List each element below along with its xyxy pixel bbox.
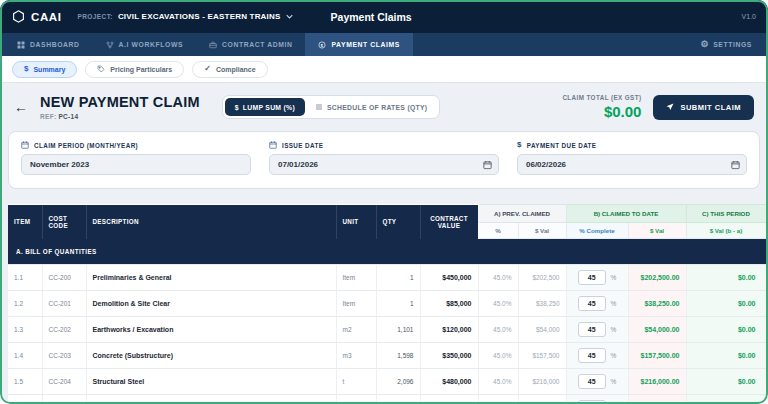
dollar-circle-icon: $	[318, 41, 326, 49]
chevron-down-icon	[286, 14, 293, 19]
cell-qty: 1	[376, 265, 420, 291]
cell-cost-code: CC-201	[42, 291, 86, 317]
page-title: Payment Claims	[331, 11, 412, 23]
nav-item-dashboard[interactable]: DASHBOARD	[4, 33, 93, 56]
nav-item-label: CONTRACT ADMIN	[222, 41, 292, 48]
cell-contract-value: $350,000	[420, 343, 478, 369]
nav-item-ai-workflows[interactable]: A.I WORKFLOWS	[93, 33, 196, 56]
cell-qty: 1,101	[376, 317, 420, 343]
claim-period-label: CLAIM PERIOD (MONTH/YEAR)	[21, 141, 251, 149]
percent-sign: %	[611, 274, 617, 281]
cell-claimed-val: $38,250.00	[628, 291, 686, 317]
cell-period-val: $0.00	[686, 369, 766, 395]
claim-title-block: NEW PAYMENT CLAIM REF: PC-14	[40, 94, 200, 120]
boq-table-body: A. BILL OF QUANTITIES 1.1 CC-200 Prelimi…	[8, 239, 766, 404]
claim-title: NEW PAYMENT CLAIM	[40, 94, 200, 110]
tab-compliance[interactable]: ✓ Compliance	[192, 61, 267, 78]
project-selector[interactable]: PROJECT: CIVIL EXCAVATIONS - EASTERN TRA…	[78, 12, 293, 21]
dollar-icon: $	[235, 104, 239, 111]
top-bar: CAAI PROJECT: CIVIL EXCAVATIONS - EASTER…	[0, 0, 768, 33]
claim-period-input[interactable]: November 2023	[21, 154, 251, 175]
claim-ref: REF: PC-14	[40, 113, 200, 120]
payment-due-date-input[interactable]: 06/02/2026	[517, 154, 747, 175]
boq-table-wrap: ITEM COST CODE DESCRIPTION UNIT QTY CONT…	[8, 204, 766, 404]
col-header-percent-complete: % Complete	[566, 223, 628, 239]
cell-cost-code: CC-204	[42, 369, 86, 395]
logo-text: CAAI	[31, 11, 62, 23]
percent-sign: %	[611, 326, 617, 333]
cell-unit: Item	[336, 265, 376, 291]
cell-claimed-val	[628, 395, 686, 404]
cell-contract-value: $480,000	[420, 369, 478, 395]
claim-total-label: CLAIM TOTAL (EX GST)	[562, 94, 641, 101]
col-header-period-val: $ Val (b - a)	[686, 223, 766, 239]
cell-contract-value: $120,000	[420, 317, 478, 343]
cell-unit: m3	[336, 343, 376, 369]
issue-date-input[interactable]: 07/01/2026	[269, 154, 499, 175]
nav-item-contract-admin[interactable]: CONTRACT ADMIN	[196, 33, 305, 56]
cell-percent-complete: %	[566, 369, 628, 395]
payment-due-date-label: $ PAYMENT DUE DATE	[517, 141, 747, 149]
calendar-picker-icon[interactable]	[483, 160, 492, 169]
claim-form-card: CLAIM PERIOD (MONTH/YEAR) November 2023 …	[8, 131, 760, 189]
claim-mode-toggle: $ LUMP SUM (%) SCHEDULE OF RATES (QTY)	[222, 95, 441, 119]
cell-cost-code: CC-203	[42, 343, 86, 369]
cell-period-val	[686, 395, 766, 404]
schedule-of-rates-toggle-button[interactable]: SCHEDULE OF RATES (QTY)	[305, 98, 437, 116]
cell-prev-pct: 45.0%	[478, 317, 518, 343]
cell-percent-complete: %	[566, 317, 628, 343]
cell-prev-pct: 45.0%	[478, 291, 518, 317]
nav-item-label: A.I WORKFLOWS	[119, 41, 183, 48]
claim-ref-value: PC-14	[58, 113, 78, 120]
percent-complete-input[interactable]	[578, 296, 606, 311]
tag-icon	[97, 65, 105, 73]
cell-cost-code	[42, 395, 86, 404]
cell-description: Preliminaries & General	[86, 265, 336, 291]
nav-item-settings[interactable]: ⚙ SETTINGS	[689, 33, 764, 56]
project-label: PROJECT:	[78, 13, 113, 20]
cell-unit: Item	[336, 291, 376, 317]
cell-item: 1.3	[8, 317, 42, 343]
percent-complete-input[interactable]	[578, 400, 606, 404]
submit-claim-button[interactable]: SUBMIT CLAIM	[653, 95, 754, 120]
cell-percent-complete: %	[566, 395, 628, 404]
cell-unit: m2	[336, 317, 376, 343]
percent-complete-input[interactable]	[578, 348, 606, 363]
col-header-cost-code: COST CODE	[42, 205, 86, 239]
cell-prev-val: $38,250	[518, 291, 566, 317]
percent-complete-input[interactable]	[578, 270, 606, 285]
cell-item: 1.4	[8, 343, 42, 369]
table-row: 1.3 CC-202 Earthworks / Excavation m2 1,…	[8, 317, 766, 343]
app-frame: CAAI PROJECT: CIVIL EXCAVATIONS - EASTER…	[0, 0, 768, 404]
subtab-bar: $ Summary Pricing Particulars ✓ Complian…	[0, 56, 768, 83]
tab-summary[interactable]: $ Summary	[12, 61, 77, 78]
cell-percent-complete: %	[566, 291, 628, 317]
issue-date-field: ISSUE DATE 07/01/2026	[269, 141, 499, 175]
cell-prev-val: $54,000	[518, 317, 566, 343]
col-group-claimed-to-date: B) CLAIMED TO DATE	[566, 205, 686, 223]
lump-sum-toggle-button[interactable]: $ LUMP SUM (%)	[225, 98, 305, 116]
percent-sign: %	[611, 378, 617, 385]
cell-period-val: $0.00	[686, 343, 766, 369]
table-row: 1.4 CC-203 Concrete (Substructure) m3 1,…	[8, 343, 766, 369]
tab-pricing-particulars[interactable]: Pricing Particulars	[85, 61, 184, 78]
tab-label: Pricing Particulars	[110, 66, 172, 73]
percent-sign: %	[611, 300, 617, 307]
back-arrow-icon[interactable]: ←	[14, 100, 28, 114]
percent-complete-input[interactable]	[578, 322, 606, 337]
cell-contract-value: $450,000	[420, 265, 478, 291]
cell-qty: 1	[376, 291, 420, 317]
tab-label: Summary	[33, 66, 65, 73]
cell-period-val: $0.00	[686, 291, 766, 317]
cell-qty	[376, 395, 420, 404]
calendar-picker-icon[interactable]	[731, 160, 740, 169]
col-header-qty: QTY	[376, 205, 420, 239]
percent-complete-input[interactable]	[578, 374, 606, 389]
nav-item-payment-claims[interactable]: $ PAYMENT CLAIMS	[305, 33, 412, 56]
cell-percent-complete: %	[566, 265, 628, 291]
col-group-prev-claimed: A) PREV. CLAIMED	[478, 205, 566, 223]
list-icon	[315, 103, 323, 111]
claim-total-block: CLAIM TOTAL (EX GST) $0.00	[562, 94, 641, 120]
cell-prev-val: $202,500	[518, 265, 566, 291]
claim-total-value: $0.00	[562, 103, 641, 120]
